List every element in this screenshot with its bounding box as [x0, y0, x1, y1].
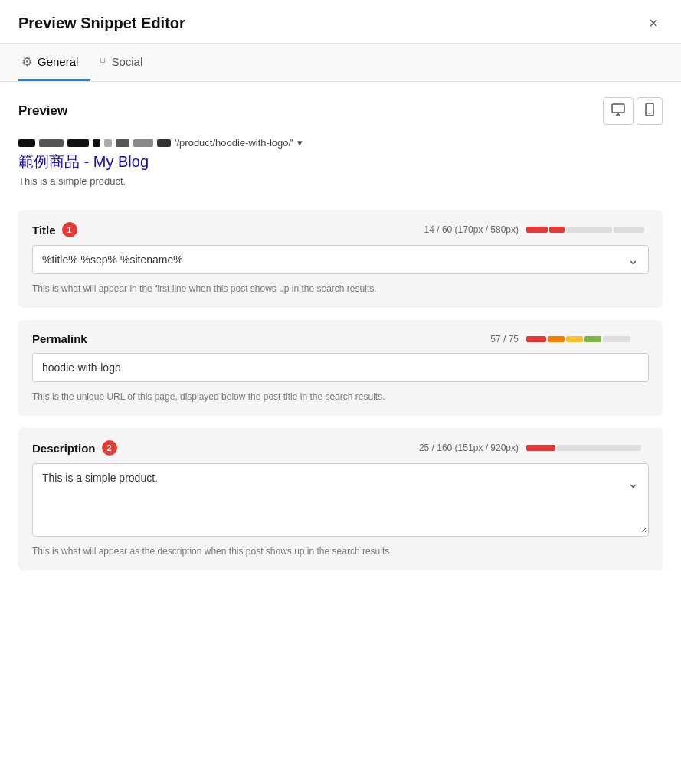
title-field-label: Title: [32, 224, 56, 237]
permalink-input-wrapper: [32, 353, 649, 382]
title-input[interactable]: [33, 246, 648, 273]
general-tab-icon: ⚙: [21, 54, 32, 69]
desktop-icon: [611, 103, 625, 116]
svg-rect-0: [612, 104, 624, 113]
permalink-input[interactable]: [33, 354, 648, 381]
tab-general[interactable]: ⚙ General: [18, 44, 90, 81]
permalink-seg-5: [603, 336, 630, 342]
permalink-field-block: Permalink 57 / 75 This is the unique URL…: [18, 320, 663, 416]
url-block-7: [133, 139, 153, 147]
desktop-view-button[interactable]: [603, 97, 634, 125]
snippet-preview-description: This is a simple product.: [18, 175, 663, 187]
title-field-block: Title 1 14 / 60 (170px / 580px) ⌄ This i…: [18, 210, 663, 308]
social-tab-label: Social: [111, 55, 142, 68]
snippet-preview: '/product/hoodie-with-logo/' ▾ 範例商品 - My…: [18, 137, 663, 194]
tabs-bar: ⚙ General ⑂ Social: [0, 44, 681, 82]
title-input-wrapper: ⌄: [32, 245, 649, 274]
permalink-seg-2: [548, 336, 565, 342]
snippet-preview-title: 範例商品 - My Blog: [18, 152, 663, 172]
title-seg-1: [526, 227, 548, 233]
title-meta-text: 14 / 60 (170px / 580px): [424, 224, 519, 235]
url-block-2: [39, 139, 64, 147]
permalink-seg-1: [526, 336, 546, 342]
description-textarea[interactable]: This is a simple product.: [33, 464, 648, 533]
title-seg-3: [566, 227, 612, 233]
title-progress-bar: [526, 227, 649, 233]
url-block-4: [93, 139, 100, 147]
description-seg-2: [557, 445, 641, 451]
title-help-text: This is what will appear in the first li…: [32, 282, 649, 296]
permalink-field-header: Permalink 57 / 75: [32, 332, 649, 345]
description-seg-1: [526, 445, 555, 451]
url-block-6: [116, 139, 129, 147]
permalink-seg-4: [584, 336, 601, 342]
description-badge: 2: [102, 440, 117, 456]
url-block-5: [104, 139, 112, 147]
url-block-1: [18, 139, 35, 147]
modal-title: Preview Snippet Editor: [18, 15, 185, 32]
permalink-label-group: Permalink: [32, 332, 87, 345]
description-label-group: Description 2: [32, 440, 117, 456]
url-breadcrumb: '/product/hoodie-with-logo/' ▾: [18, 137, 663, 149]
url-block-3: [67, 139, 89, 147]
preview-section-header: Preview: [18, 97, 663, 125]
mobile-view-button[interactable]: [637, 97, 663, 125]
permalink-seg-3: [566, 336, 583, 342]
view-toggle: [603, 97, 663, 125]
permalink-meta: 57 / 75: [490, 334, 649, 345]
description-field-label: Description: [32, 442, 96, 455]
content-area: Preview: [0, 82, 681, 598]
title-seg-2: [549, 227, 565, 233]
description-field-block: Description 2 25 / 160 (151px / 920px) T…: [18, 428, 663, 570]
general-tab-label: General: [38, 55, 78, 68]
modal-header: Preview Snippet Editor ×: [0, 0, 681, 44]
permalink-field-label: Permalink: [32, 332, 87, 345]
url-block-8: [157, 139, 171, 147]
preview-label: Preview: [18, 103, 67, 119]
description-progress-bar: [526, 445, 649, 451]
mobile-icon: [645, 103, 654, 116]
permalink-meta-text: 57 / 75: [490, 334, 519, 345]
url-path-text: '/product/hoodie-with-logo/': [175, 137, 293, 149]
description-help-text: This is what will appear as the descript…: [32, 544, 649, 558]
close-button[interactable]: ×: [644, 14, 663, 32]
permalink-progress-bar: [526, 336, 649, 342]
description-field-header: Description 2 25 / 160 (151px / 920px): [32, 440, 649, 456]
description-meta: 25 / 160 (151px / 920px): [419, 443, 649, 453]
description-input-wrapper: This is a simple product. ⌄: [32, 463, 649, 537]
svg-point-4: [649, 113, 650, 115]
title-badge: 1: [62, 222, 77, 237]
url-dropdown-arrow[interactable]: ▾: [297, 137, 303, 149]
title-seg-4: [614, 227, 644, 233]
description-meta-text: 25 / 160 (151px / 920px): [419, 443, 519, 453]
title-meta: 14 / 60 (170px / 580px): [424, 224, 649, 235]
title-field-header: Title 1 14 / 60 (170px / 580px): [32, 222, 649, 237]
permalink-help-text: This is the unique URL of this page, dis…: [32, 390, 649, 403]
title-label-group: Title 1: [32, 222, 77, 237]
tab-social[interactable]: ⑂ Social: [97, 44, 155, 80]
social-tab-icon: ⑂: [100, 56, 106, 68]
